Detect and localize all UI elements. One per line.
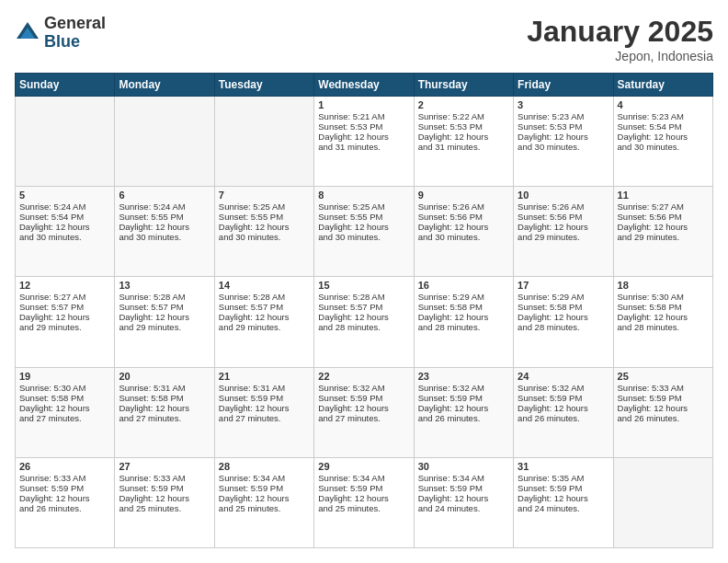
calendar-cell: 10Sunrise: 5:26 AMSunset: 5:56 PMDayligh… [514, 187, 613, 277]
day-number: 18 [618, 280, 709, 291]
day-info-line: and 27 minutes. [219, 413, 310, 423]
logo-text: General Blue [44, 15, 106, 52]
day-info-line: Sunset: 5:59 PM [518, 393, 609, 403]
calendar-cell: 6Sunrise: 5:24 AMSunset: 5:55 PMDaylight… [115, 187, 214, 277]
day-info-line: and 31 minutes. [318, 142, 409, 152]
day-number: 31 [518, 461, 609, 472]
day-info-line: Daylight: 12 hours [618, 222, 709, 232]
day-info-line: and 29 minutes. [618, 232, 709, 242]
day-info-line: Sunset: 5:58 PM [618, 302, 709, 312]
day-info-line: Daylight: 12 hours [119, 403, 210, 413]
day-number: 20 [119, 371, 210, 382]
day-info-line: Sunrise: 5:28 AM [318, 292, 409, 302]
calendar-cell: 13Sunrise: 5:28 AMSunset: 5:57 PMDayligh… [115, 277, 214, 367]
day-info-line: and 28 minutes. [418, 322, 509, 332]
day-info-line: Sunset: 5:56 PM [518, 212, 609, 222]
day-number: 13 [119, 280, 210, 291]
day-info-line: Sunrise: 5:25 AM [318, 201, 409, 212]
day-info-line: Sunrise: 5:33 AM [19, 473, 110, 483]
day-info-line: Sunset: 5:55 PM [219, 212, 310, 222]
title-area: January 2025 Jepon, Indonesia [527, 15, 713, 63]
calendar-header-row: SundayMondayTuesdayWednesdayThursdayFrid… [16, 74, 713, 97]
day-info-line: Sunset: 5:56 PM [618, 212, 709, 222]
calendar-cell: 15Sunrise: 5:28 AMSunset: 5:57 PMDayligh… [314, 277, 414, 367]
day-info-line: Sunset: 5:59 PM [318, 393, 409, 403]
day-info-line: Sunrise: 5:24 AM [119, 201, 210, 212]
calendar-cell [613, 457, 712, 547]
day-info-line: Daylight: 12 hours [518, 222, 609, 232]
day-number: 11 [618, 190, 709, 201]
day-info-line: Sunset: 5:59 PM [318, 483, 409, 493]
day-number: 12 [19, 280, 110, 291]
day-number: 6 [119, 190, 210, 201]
day-info-line: and 29 minutes. [19, 322, 110, 332]
day-info-line: Sunset: 5:59 PM [518, 483, 609, 493]
day-info-line: Sunset: 5:53 PM [318, 121, 409, 132]
day-info-line: and 30 minutes. [518, 142, 609, 152]
day-info-line: Sunset: 5:57 PM [19, 302, 110, 312]
day-number: 28 [219, 461, 310, 472]
day-info-line: Daylight: 12 hours [418, 403, 509, 413]
day-info-line: and 26 minutes. [618, 413, 709, 423]
day-info-line: and 24 minutes. [418, 503, 509, 513]
day-info-line: Daylight: 12 hours [618, 312, 709, 322]
day-info-line: Daylight: 12 hours [518, 312, 609, 322]
day-info-line: Sunrise: 5:30 AM [618, 292, 709, 302]
day-info-line: Sunrise: 5:32 AM [318, 383, 409, 393]
day-info-line: Daylight: 12 hours [19, 312, 110, 322]
calendar-cell: 16Sunrise: 5:29 AMSunset: 5:58 PMDayligh… [414, 277, 513, 367]
day-info-line: and 26 minutes. [418, 413, 509, 423]
day-info-line: Sunset: 5:54 PM [19, 212, 110, 222]
day-info-line: Daylight: 12 hours [19, 493, 110, 503]
day-number: 16 [418, 280, 509, 291]
day-info-line: Sunset: 5:56 PM [418, 212, 509, 222]
day-info-line: Sunset: 5:57 PM [318, 302, 409, 312]
day-info-line: Daylight: 12 hours [19, 403, 110, 413]
day-info-line: Sunrise: 5:29 AM [518, 292, 609, 302]
day-info-line: Daylight: 12 hours [119, 493, 210, 503]
calendar-cell [214, 97, 313, 187]
day-info-line: Daylight: 12 hours [119, 312, 210, 322]
day-info-line: Sunrise: 5:33 AM [618, 383, 709, 393]
day-info-line: Sunset: 5:59 PM [618, 393, 709, 403]
day-number: 15 [318, 280, 409, 291]
calendar-cell: 23Sunrise: 5:32 AMSunset: 5:59 PMDayligh… [414, 367, 513, 457]
day-info-line: Daylight: 12 hours [418, 132, 509, 142]
day-number: 22 [318, 371, 409, 382]
day-info-line: Sunrise: 5:24 AM [19, 201, 110, 212]
logo-blue: Blue [44, 33, 106, 52]
calendar-cell: 2Sunrise: 5:22 AMSunset: 5:53 PMDaylight… [414, 97, 513, 187]
day-header-sunday: Sunday [16, 74, 115, 97]
day-info-line: and 26 minutes. [19, 503, 110, 513]
day-info-line: Sunrise: 5:28 AM [119, 292, 210, 302]
calendar-cell: 24Sunrise: 5:32 AMSunset: 5:59 PMDayligh… [514, 367, 613, 457]
day-info-line: Daylight: 12 hours [618, 403, 709, 413]
day-info-line: Daylight: 12 hours [19, 222, 110, 232]
day-info-line: Daylight: 12 hours [418, 493, 509, 503]
day-info-line: Sunset: 5:57 PM [219, 302, 310, 312]
day-info-line: and 30 minutes. [119, 232, 210, 242]
day-info-line: and 28 minutes. [518, 322, 609, 332]
week-row-4: 19Sunrise: 5:30 AMSunset: 5:58 PMDayligh… [16, 367, 713, 457]
day-info-line: and 27 minutes. [119, 413, 210, 423]
day-header-thursday: Thursday [414, 74, 513, 97]
day-info-line: Sunrise: 5:23 AM [618, 111, 709, 121]
day-number: 30 [418, 461, 509, 472]
day-info-line: Daylight: 12 hours [219, 493, 310, 503]
logo-icon [15, 20, 40, 46]
day-info-line: Sunset: 5:58 PM [19, 393, 110, 403]
day-info-line: Sunrise: 5:31 AM [219, 383, 310, 393]
logo: General Blue [15, 15, 106, 52]
calendar-cell: 5Sunrise: 5:24 AMSunset: 5:54 PMDaylight… [16, 187, 115, 277]
day-info-line: Daylight: 12 hours [119, 222, 210, 232]
day-info-line: Sunrise: 5:26 AM [518, 201, 609, 212]
calendar-cell: 27Sunrise: 5:33 AMSunset: 5:59 PMDayligh… [115, 457, 214, 547]
calendar-cell: 18Sunrise: 5:30 AMSunset: 5:58 PMDayligh… [613, 277, 712, 367]
day-info-line: Sunset: 5:58 PM [119, 393, 210, 403]
day-number: 4 [618, 99, 709, 110]
day-header-monday: Monday [115, 74, 214, 97]
day-info-line: and 27 minutes. [19, 413, 110, 423]
calendar-cell: 19Sunrise: 5:30 AMSunset: 5:58 PMDayligh… [16, 367, 115, 457]
day-number: 21 [219, 371, 310, 382]
calendar-cell: 25Sunrise: 5:33 AMSunset: 5:59 PMDayligh… [613, 367, 712, 457]
